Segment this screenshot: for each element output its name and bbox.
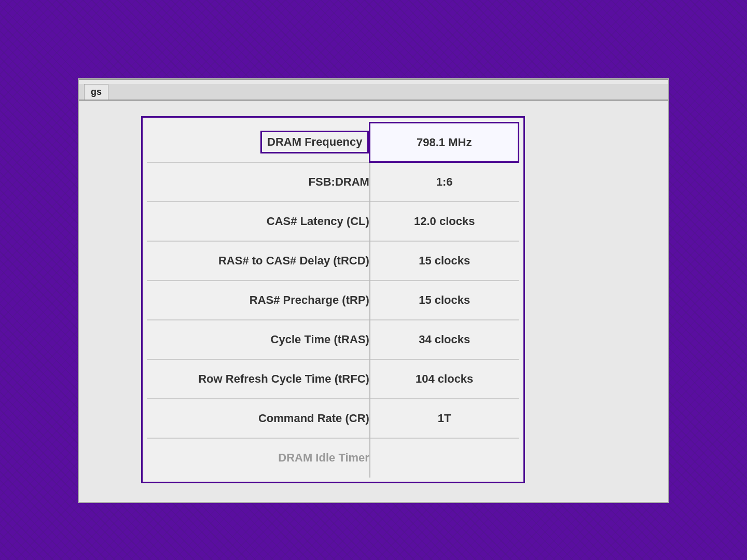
row-value: 1:6 xyxy=(370,162,519,202)
row-value: 15 clocks xyxy=(370,281,519,320)
row-value: 1T xyxy=(370,399,519,438)
table-row: DRAM Idle Timer xyxy=(147,438,519,478)
row-label: FSB:DRAM xyxy=(147,162,370,202)
row-value: 798.1 MHz xyxy=(370,123,519,162)
row-label: Row Refresh Cycle Time (tRFC) xyxy=(147,359,370,399)
row-label: RAS# Precharge (tRP) xyxy=(147,281,370,320)
table-row: Row Refresh Cycle Time (tRFC)104 clocks xyxy=(147,359,519,399)
table-row: DRAM Frequency798.1 MHz xyxy=(147,123,519,162)
info-table: DRAM Frequency798.1 MHzFSB:DRAM1:6CAS# L… xyxy=(147,122,519,478)
row-label: CAS# Latency (CL) xyxy=(147,202,370,241)
row-value: 12.0 clocks xyxy=(370,202,519,241)
content-area: DRAM Frequency798.1 MHzFSB:DRAM1:6CAS# L… xyxy=(79,101,668,493)
main-window: gs DRAM Frequency798.1 MHzFSB:DRAM1:6CAS… xyxy=(78,78,669,503)
row-label: DRAM Idle Timer xyxy=(147,438,370,478)
inner-panel: DRAM Frequency798.1 MHzFSB:DRAM1:6CAS# L… xyxy=(141,116,525,483)
row-value: 104 clocks xyxy=(370,359,519,399)
tab-label[interactable]: gs xyxy=(84,84,108,100)
table-row: Cycle Time (tRAS)34 clocks xyxy=(147,320,519,359)
tab-bar: gs xyxy=(79,84,668,101)
row-label: RAS# to CAS# Delay (tRCD) xyxy=(147,241,370,281)
row-value: 15 clocks xyxy=(370,241,519,281)
row-value: 34 clocks xyxy=(370,320,519,359)
row-label: DRAM Frequency xyxy=(147,123,370,162)
table-row: FSB:DRAM1:6 xyxy=(147,162,519,202)
row-label: Command Rate (CR) xyxy=(147,399,370,438)
row-label: Cycle Time (tRAS) xyxy=(147,320,370,359)
table-row: Command Rate (CR)1T xyxy=(147,399,519,438)
row-value xyxy=(370,438,519,478)
table-row: CAS# Latency (CL)12.0 clocks xyxy=(147,202,519,241)
table-row: RAS# Precharge (tRP)15 clocks xyxy=(147,281,519,320)
table-row: RAS# to CAS# Delay (tRCD)15 clocks xyxy=(147,241,519,281)
